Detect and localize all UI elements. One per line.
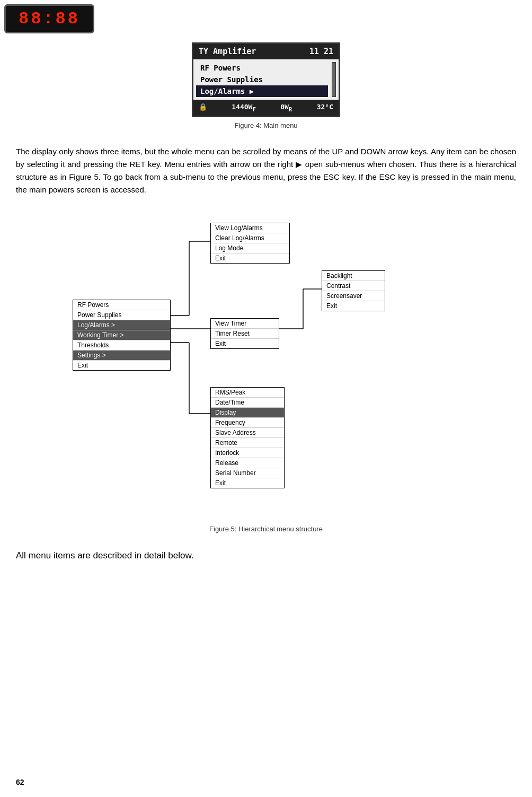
display-screensaver: Screensaver bbox=[322, 291, 385, 301]
tv-header: TY Amplifier 11 21 bbox=[193, 44, 339, 59]
diagram: RF Powers Power Supplies Log/Alarms > Wo… bbox=[67, 212, 465, 520]
timer-view: View Timer bbox=[211, 319, 279, 329]
main-menu-working-timer: Working Timer > bbox=[73, 330, 170, 340]
diagram-container: RF Powers Power Supplies Log/Alarms > Wo… bbox=[16, 212, 516, 544]
description-paragraph: The display only shows three items, but … bbox=[16, 145, 516, 196]
settings-remote: Remote bbox=[211, 438, 284, 448]
tv-footer-rw: 0WR bbox=[280, 103, 292, 113]
main-menu-log-alarms: Log/Alarms > bbox=[73, 320, 170, 330]
display-exit: Exit bbox=[322, 301, 385, 311]
log-alarms-menu-box: View Log/Alarms Clear Log/Alarms Log Mod… bbox=[210, 223, 290, 264]
figure4-caption: Figure 4: Main menu bbox=[234, 121, 297, 129]
main-menu-settings: Settings > bbox=[73, 351, 170, 361]
log-view: View Log/Alarms bbox=[211, 223, 289, 233]
tv-header-left: TY Amplifier bbox=[199, 47, 256, 56]
timer-exit: Exit bbox=[211, 339, 279, 348]
settings-slave: Slave Address bbox=[211, 428, 284, 438]
main-menu-box: RF Powers Power Supplies Log/Alarms > Wo… bbox=[73, 300, 171, 371]
tv-display-container: TY Amplifier 11 21 RF Powers Power Suppl… bbox=[16, 42, 516, 140]
main-menu-rf-powers: RF Powers bbox=[73, 300, 170, 310]
page-number: 62 bbox=[16, 778, 24, 786]
log-mode: Log Mode bbox=[211, 243, 289, 253]
tv-menu-log-alarms: Log/Alarms ▶ bbox=[196, 85, 328, 97]
main-menu-power-supplies: Power Supplies bbox=[73, 310, 170, 320]
tv-header-right: 11 21 bbox=[309, 47, 333, 56]
display-menu-box: Backlight Contrast Screensaver Exit bbox=[322, 270, 385, 311]
settings-exit: Exit bbox=[211, 478, 284, 488]
main-menu-thresholds: Thresholds bbox=[73, 340, 170, 351]
settings-release: Release bbox=[211, 458, 284, 468]
tv-footer-temp: 32°C bbox=[317, 103, 333, 113]
tv-footer: 🔒 1440WF 0WR 32°C bbox=[193, 100, 339, 116]
log-exit: Exit bbox=[211, 253, 289, 263]
tv-scrollbar bbox=[332, 62, 336, 97]
display-backlight: Backlight bbox=[322, 271, 385, 281]
tv-menu-area: RF Powers Power Supplies Log/Alarms ▶ bbox=[193, 59, 339, 100]
settings-frequency: Frequency bbox=[211, 418, 284, 428]
settings-menu-box: RMS/Peak Date/Time Display Frequency Sla… bbox=[210, 387, 285, 488]
working-timer-menu-box: View Timer Timer Reset Exit bbox=[210, 318, 279, 349]
display-contrast: Contrast bbox=[322, 281, 385, 291]
settings-interlock: Interlock bbox=[211, 448, 284, 458]
all-menu-text: All menu items are described in detail b… bbox=[16, 549, 516, 563]
figure5-caption: Figure 5: Hierarchical menu structure bbox=[209, 525, 323, 533]
log-clear: Clear Log/Alarms bbox=[211, 233, 289, 243]
settings-rms: RMS/Peak bbox=[211, 388, 284, 398]
tv-menu-rf-powers: RF Powers bbox=[196, 62, 328, 74]
tv-display: TY Amplifier 11 21 RF Powers Power Suppl… bbox=[192, 42, 340, 117]
settings-serial: Serial Number bbox=[211, 468, 284, 478]
tv-menu-power-supplies: Power Supplies bbox=[196, 74, 328, 85]
main-menu-exit: Exit bbox=[73, 361, 170, 370]
timer-reset: Timer Reset bbox=[211, 329, 279, 339]
settings-date: Date/Time bbox=[211, 398, 284, 408]
settings-display: Display bbox=[211, 408, 284, 418]
tv-footer-fw: 1440WF bbox=[232, 103, 256, 113]
tv-footer-icon: 🔒 bbox=[199, 103, 207, 113]
